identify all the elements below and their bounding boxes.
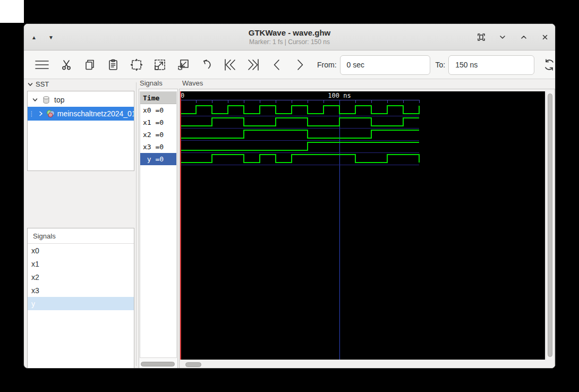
minimize-icon[interactable]	[497, 31, 508, 43]
signal-value-row[interactable]: x1 =0	[140, 116, 176, 129]
signals-values-panel: Time x0 =0 x1 =0 x2 =0 x3 =0 y =0	[139, 89, 178, 369]
expander-down-icon[interactable]	[32, 97, 38, 103]
paste-button[interactable]	[101, 54, 125, 75]
copy-button[interactable]	[78, 54, 101, 75]
toolbar: From: 0 sec To: 150 ns	[24, 51, 555, 79]
signal-value-row[interactable]: x2 =0	[140, 129, 176, 141]
database-cylinder-icon	[41, 95, 51, 105]
skip-to-end-button[interactable]	[242, 54, 265, 75]
tree-item-label: top	[54, 96, 64, 104]
svg-text:0: 0	[181, 92, 184, 99]
waves-vscrollbar[interactable]	[546, 91, 554, 360]
reload-button[interactable]	[538, 54, 556, 75]
signal-search-list: Signals x0 x1 x2 x3 y	[27, 228, 134, 369]
time-header[interactable]: Time	[140, 92, 176, 104]
sst-tree: top ┆ meinschaltnetz2024_01_	[27, 91, 134, 171]
signals-hscrollbar[interactable]	[140, 360, 177, 368]
zoom-fit-button[interactable]	[125, 54, 148, 75]
main-area: SST top ┆ meinschal	[24, 79, 555, 369]
step-back-button[interactable]	[265, 54, 288, 75]
from-input[interactable]: 0 sec	[340, 55, 430, 75]
signal-value-row[interactable]: x0 =0	[140, 104, 176, 116]
zoom-in-button[interactable]	[148, 54, 172, 75]
pane-splitter-left[interactable]	[136, 82, 137, 366]
to-input[interactable]: 150 ns	[448, 55, 534, 75]
skip-to-start-button[interactable]	[218, 54, 242, 75]
desktop-corner-patch	[0, 0, 24, 23]
expander-right-icon[interactable]	[38, 110, 44, 117]
sst-expander-icon[interactable]	[27, 81, 33, 88]
list-item-y[interactable]: y	[28, 297, 134, 310]
to-label: To:	[436, 61, 446, 69]
signal-value-row-selected[interactable]: y =0	[140, 153, 176, 165]
waves-vscrollbar-thumb[interactable]	[548, 93, 552, 357]
waves-panel: 0100 ns	[179, 89, 555, 369]
waves-frame-label: Waves	[181, 79, 204, 87]
zoom-out-button[interactable]	[172, 54, 195, 75]
signals-hscrollbar-thumb[interactable]	[141, 362, 175, 367]
close-icon[interactable]	[539, 31, 551, 43]
titlebar[interactable]: ▲ ▼ GTKWave - wave.ghw Marker: 1 fs | Cu…	[24, 24, 555, 50]
maximize-icon[interactable]	[518, 31, 530, 43]
module-circles-icon	[46, 109, 55, 118]
from-label: From:	[317, 61, 337, 69]
fullscreen-icon[interactable]	[475, 31, 487, 43]
undo-button[interactable]	[195, 54, 218, 75]
tree-item-module[interactable]: ┆ meinschaltnetz2024_01_	[28, 107, 134, 121]
signals-values-list: Time x0 =0 x1 =0 x2 =0 x3 =0 y =0	[140, 91, 177, 358]
signal-list-column-header[interactable]: Signals	[28, 228, 134, 244]
signals-frame-label: Signals	[139, 79, 164, 87]
cut-button[interactable]	[55, 54, 78, 75]
tree-guide: ┆	[30, 111, 33, 117]
tree-item-top[interactable]: top	[28, 93, 134, 107]
step-forward-button[interactable]	[288, 54, 312, 75]
sst-header-label: SST	[36, 80, 49, 88]
gtkwave-window: ▲ ▼ GTKWave - wave.ghw Marker: 1 fs | Cu…	[23, 23, 556, 369]
wave-canvas[interactable]: 0100 ns	[180, 91, 545, 360]
list-item-x3[interactable]: x3	[28, 284, 134, 297]
signal-value-row[interactable]: x3 =0	[140, 141, 176, 153]
list-item-x2[interactable]: x2	[28, 270, 134, 284]
waves-hscrollbar-thumb[interactable]	[185, 362, 201, 367]
list-item-x0[interactable]: x0	[28, 244, 134, 257]
menu-button[interactable]	[29, 54, 55, 75]
waves-hscrollbar[interactable]	[180, 361, 545, 368]
svg-text:100 ns: 100 ns	[328, 92, 351, 99]
list-item-x1[interactable]: x1	[28, 257, 134, 270]
tree-item-label: meinschaltnetz2024_01_	[57, 109, 134, 118]
